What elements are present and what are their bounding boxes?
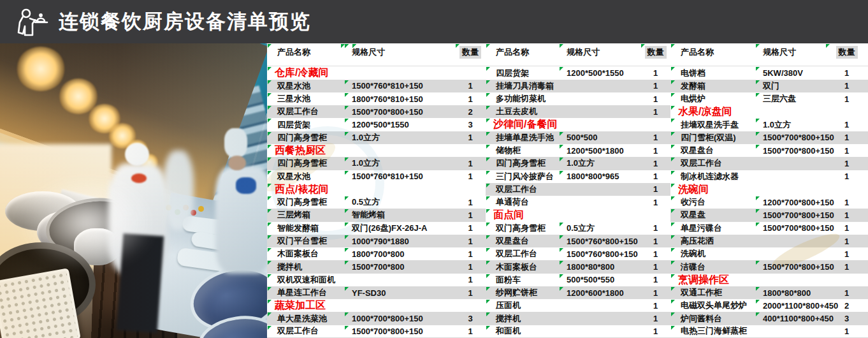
product-name-header: 产品名称 (267, 43, 344, 61)
spacer-row (486, 61, 670, 66)
quantity: 1 (455, 196, 486, 209)
product-name: 高压花洒 (670, 235, 755, 247)
spec-size (755, 325, 825, 337)
quantity: 1 (640, 260, 670, 273)
product-name: 炉间酱料台 (670, 312, 755, 325)
section-row: 仓库/冷藏间 (267, 66, 486, 79)
quantity: 3 (455, 118, 486, 131)
quantity: 1 (825, 157, 868, 170)
quantity: 2 (455, 105, 486, 118)
quantity: 1 (640, 274, 670, 286)
quantity-header: 数量 (455, 43, 486, 61)
spec-size: 1800*700*800 (344, 247, 455, 260)
product-name: 双星盘台 (670, 144, 755, 157)
quantity: 1 (640, 312, 670, 325)
quantity: 1 (455, 235, 486, 247)
product-name: 双星水池 (267, 80, 344, 92)
quantity: 1 (640, 66, 670, 79)
spec-size (344, 274, 455, 286)
product-name: 储物柜 (486, 144, 559, 157)
table-row: 和面机1 (486, 325, 670, 338)
table-row: 挂墙单星洗手池500*5001 (486, 131, 670, 144)
product-name-header: 产品名称 (486, 43, 559, 61)
table-row: 单星污碟台1500*700*800+1501 (670, 222, 868, 235)
table-row: 土豆去皮机1 (486, 105, 670, 118)
table-row: 双门平台雪柜1000*790*18801 (267, 235, 486, 247)
section-title: 洗碗间 (670, 183, 825, 196)
quantity: 1 (825, 66, 868, 79)
product-name: 双门高身雪柜 (486, 222, 559, 235)
quantity: 1 (455, 170, 486, 183)
spec-size: 1.0立方 (344, 157, 455, 170)
quantity: 1 (825, 260, 868, 273)
quantity: 1 (640, 183, 670, 196)
product-name: 双星盘 (670, 209, 755, 221)
table-header-row: 产品名称规格尺寸数量 (486, 43, 670, 61)
section-row: 蔬菜加工区 (267, 299, 486, 312)
table-row: 双门高身雪柜0.5立方1 (267, 196, 486, 209)
spec-size: 1800*80*800 (755, 286, 825, 299)
table-row: 搅拌机1 (486, 312, 670, 325)
quantity: 2 (825, 299, 868, 312)
product-name: 纱网贮饼柜 (486, 286, 559, 299)
product-name: 四门高身雪柜 (267, 131, 344, 144)
quantity: 1 (455, 260, 486, 273)
product-name: 压面机 (486, 299, 559, 312)
quantity: 3 (825, 312, 868, 325)
table-row: 收污台1200*700*800+1501 (670, 196, 868, 209)
spec-size-header: 规格尺寸 (755, 43, 825, 61)
product-name: 双层工作台 (267, 325, 344, 337)
section-title: 仓库/冷藏间 (267, 66, 455, 80)
quantity: 1 (640, 222, 670, 235)
section-row: 烹调操作区 (670, 274, 868, 286)
quantity: 1 (640, 235, 670, 247)
table-row: 压面机1 (486, 299, 670, 312)
product-name: 洗碗机 (670, 247, 755, 260)
spec-size: 1500*760*800+150 (559, 247, 640, 260)
quantity: 1 (640, 157, 670, 170)
section-row: 面点间 (486, 209, 670, 221)
spec-size (559, 183, 640, 196)
table-row: 双层工作台1500*760*800+1501 (486, 247, 670, 260)
table-row: 电热三门海鲜蒸柜1 (670, 325, 868, 338)
quantity: 1 (455, 274, 486, 286)
quantity: 1 (640, 105, 670, 118)
table-row: 双机双速和面机1 (267, 274, 486, 286)
spec-size: 1500*700*800+150 (755, 144, 825, 157)
header-bar: 连锁餐饮厨房设备清单预览 (0, 0, 868, 43)
quantity: 1 (640, 196, 670, 209)
product-name: 电饼档 (670, 66, 755, 79)
quantity: 1 (825, 118, 868, 131)
spec-size: 500*500 (559, 131, 640, 144)
product-name: 四层货架 (267, 118, 344, 131)
quantity (455, 299, 486, 312)
quantity: 1 (825, 235, 868, 247)
spec-size: 2000*1100*800+450 (755, 299, 825, 312)
table-row: 四门高身雪柜1.0立方1 (267, 131, 486, 144)
section-row: 洗碗间 (670, 183, 868, 196)
spec-size: 0.5立方 (559, 222, 640, 235)
spec-size (559, 325, 640, 337)
kitchen-photo (0, 43, 267, 338)
quantity: 1 (640, 144, 670, 157)
section-row: 水果/凉盘间 (670, 105, 868, 118)
spec-size: 1500*700*800+150 (755, 209, 825, 221)
main-content: 产品名称规格尺寸数量仓库/冷藏间双星水池1500*760*810+1501三星水… (0, 43, 868, 338)
quantity (825, 105, 868, 119)
quantity: 1 (455, 131, 486, 144)
spec-size (559, 92, 640, 105)
quantity (825, 274, 868, 287)
section-title: 水果/凉盘间 (670, 105, 825, 119)
spec-size (559, 196, 640, 209)
table-group-2: 产品名称规格尺寸数量四层货架1200*500*15501挂墙刀具消毒箱1多功能切… (486, 43, 670, 338)
quantity: 1 (455, 286, 486, 299)
quantity (640, 118, 670, 131)
spec-size (559, 299, 640, 312)
spec-size: 1800*800*965 (559, 170, 640, 183)
product-name: 洁碟台 (670, 260, 755, 273)
table-row: 三门风冷披萨台1800*800*9651 (486, 170, 670, 183)
table-row: 挂墙刀具消毒箱1 (486, 80, 670, 92)
spec-size: 1.0立方 (344, 131, 455, 144)
spec-size-header: 规格尺寸 (559, 43, 640, 61)
spec-size: 1500*700*800 (344, 260, 455, 273)
